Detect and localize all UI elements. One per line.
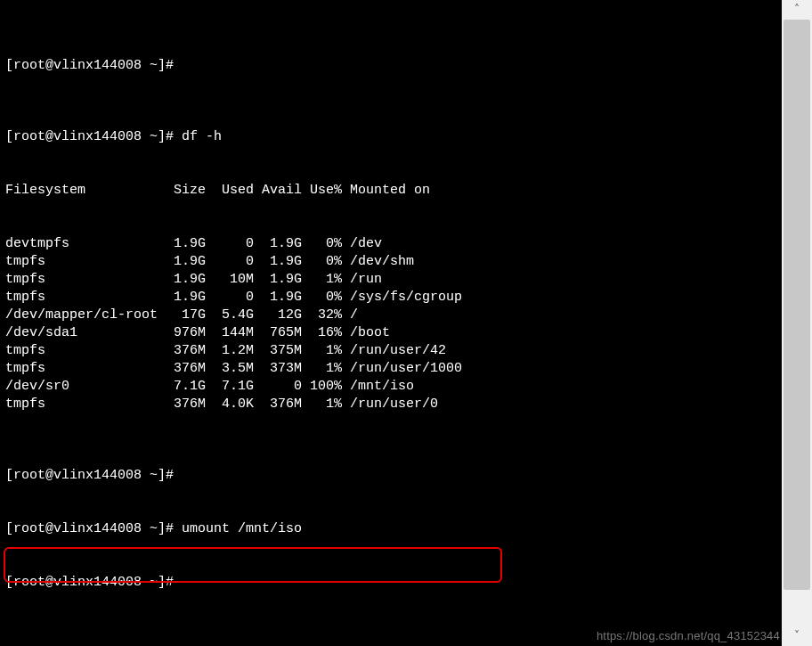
prompt-line: [root@vlinx144008 ~]# (5, 57, 776, 75)
df-row: devtmpfs 1.9G 0 1.9G 0% /dev (5, 235, 776, 253)
watermark-text: https://blog.csdn.net/qq_43152344 (597, 629, 780, 642)
df-row: tmpfs 376M 3.5M 373M 1% /run/user/1000 (5, 360, 776, 378)
scrollbar-up-button[interactable]: ˄ (782, 0, 812, 20)
df-row: tmpfs 1.9G 10M 1.9G 1% /run (5, 271, 776, 289)
df-row: tmpfs 1.9G 0 1.9G 0% /sys/fs/cgroup (5, 289, 776, 307)
df-row: /dev/mapper/cl-root 17G 5.4G 12G 32% / (5, 307, 776, 324)
prompt-line: [root@vlinx144008 ~]# (5, 467, 776, 485)
scrollbar-down-button[interactable]: ˅ (782, 626, 812, 646)
df-row: /dev/sr0 7.1G 7.1G 0 100% /mnt/iso (5, 378, 776, 396)
df-row: tmpfs 376M 4.0K 376M 1% /run/user/0 (5, 396, 776, 413)
vertical-scrollbar[interactable]: ˄ ˅ (782, 0, 812, 646)
df-header: Filesystem Size Used Avail Use% Mounted … (5, 182, 776, 200)
df-row: tmpfs 376M 1.2M 375M 1% /run/user/42 (5, 342, 776, 360)
df-row: /dev/sda1 976M 144M 765M 16% /boot (5, 324, 776, 342)
command-line: [root@vlinx144008 ~]# umount /mnt/iso (5, 520, 776, 538)
terminal-window[interactable]: [root@vlinx144008 ~]# [root@vlinx144008 … (0, 0, 782, 646)
command-line: [root@vlinx144008 ~]# df -h (5, 128, 776, 146)
scrollbar-thumb[interactable] (784, 20, 810, 590)
df-row: tmpfs 1.9G 0 1.9G 0% /dev/shm (5, 253, 776, 271)
prompt-line: [root@vlinx144008 ~]# (5, 574, 776, 592)
